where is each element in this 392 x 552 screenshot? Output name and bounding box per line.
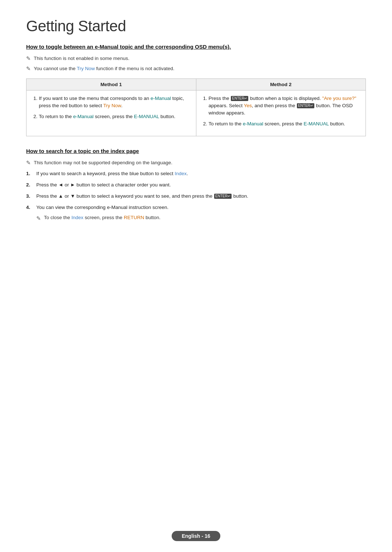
try-now-link-m1[interactable]: Try Now [103,103,121,108]
emanual-button-m2[interactable]: E-MANUAL [303,121,328,126]
section1-note2-text: You cannot use the Try Now function if t… [34,65,174,72]
enter-badge-m2-2: ENTER↵ [297,103,314,108]
section2-steps: 1. If you want to search a keyword, pres… [26,170,366,211]
enter-badge-m2-1: ENTER↵ [231,96,248,101]
note-icon-1: ✎ [26,55,31,62]
section2-heading: How to search for a topic on the index p… [26,148,366,154]
section2-step4: 4. You can view the corresponding e-Manu… [26,204,366,211]
note-icon-s2: ✎ [26,160,31,166]
section1-heading: How to toggle between an e-Manual topic … [26,44,366,50]
enter-badge-s3: ENTER↵ [214,194,232,199]
index-link-sub[interactable]: Index [72,215,83,220]
page-footer: English - 16 [0,531,392,541]
page-number-badge: English - 16 [172,531,221,541]
return-link[interactable]: RETURN [124,215,144,220]
section2-note1-text: This function may not be supported depen… [34,159,172,166]
method2-header: Method 2 [196,78,366,90]
section2-step2: 2. Press the ◄ or ► button to select a c… [26,181,366,189]
sub-note-icon: ✎ [36,215,41,222]
note-icon-2: ✎ [26,65,31,72]
page-title: Getting Started [26,17,366,35]
emanual-link-m1-1[interactable]: e-Manual [151,96,171,101]
emanual-link-m1-2[interactable]: e-Manual [73,114,94,119]
emanual-link-m2[interactable]: e-Manual [243,121,263,126]
section1-note1-text: This function is not enabled in some men… [34,55,129,62]
method2-step2: To return to the e-Manual screen, press … [209,120,360,128]
method1-step2: To return to the e-Manual screen, press … [39,113,190,120]
section2-note1: ✎ This function may not be supported dep… [26,159,366,166]
method1-cell: If you want to use the menu that corresp… [26,90,196,136]
page-content: Getting Started How to toggle between an… [0,0,392,251]
method2-step1: Press the ENTER↵ button when a topic is … [209,95,360,117]
section2: How to search for a topic on the index p… [26,148,366,222]
section2-step3: 3. Press the ▲ or ▼ button to select a k… [26,193,366,200]
section1-note1: ✎ This function is not enabled in some m… [26,55,366,62]
method1-header: Method 1 [26,78,196,90]
try-now-link[interactable]: Try Now [77,66,95,71]
section2-step1: 1. If you want to search a keyword, pres… [26,170,366,178]
method2-cell: Press the ENTER↵ button when a topic is … [196,90,366,136]
sub-note-text: To close the Index screen, press the RET… [44,215,160,220]
index-link-s1[interactable]: Index [175,171,187,176]
method1-step1: If you want to use the menu that corresp… [39,95,190,110]
section2-sub-note: ✎ To close the Index screen, press the R… [36,215,366,222]
method-table: Method 1 Method 2 If you want to use the… [26,78,366,136]
emanual-button-m1[interactable]: E-MANUAL [134,114,159,119]
section1-note2: ✎ You cannot use the Try Now function if… [26,65,366,72]
